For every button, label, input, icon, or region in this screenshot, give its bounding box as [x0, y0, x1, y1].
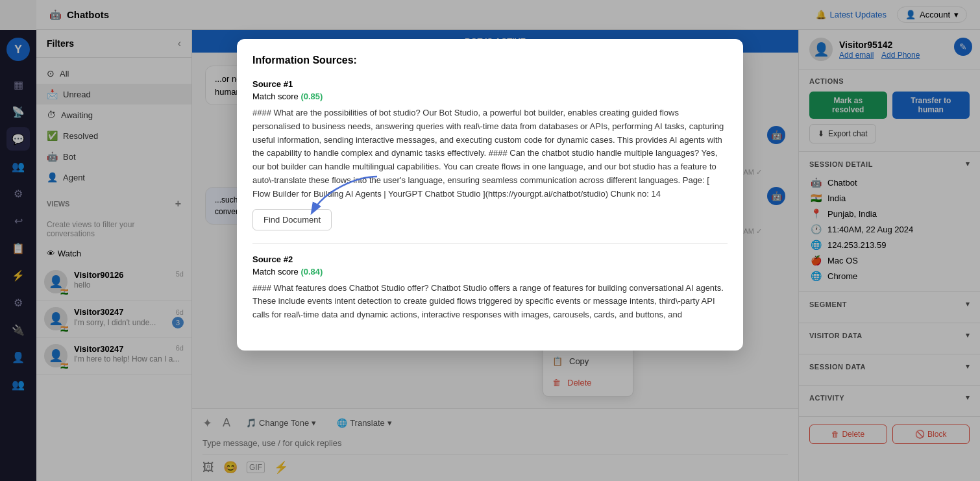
source-1-score: Match score (0.85): [252, 92, 728, 101]
modal-title: Information Sources:: [252, 55, 728, 66]
source-2-text: #### What features does Chatbot Studio o…: [252, 282, 728, 322]
source-1-score-value: (0.85): [300, 92, 323, 101]
source-1: Source #1 Match score (0.85) #### What a…: [252, 79, 728, 230]
source-2: Source #2 Match score (0.84) #### What f…: [252, 254, 728, 322]
information-sources-modal: Information Sources: Source #1 Match sco…: [237, 39, 743, 351]
source-2-score-value: (0.84): [300, 267, 323, 277]
source-1-label: Source #1: [252, 79, 728, 89]
source-2-score: Match score (0.84): [252, 267, 728, 277]
arrow-svg: [306, 170, 384, 222]
find-doc-container: Find Document: [252, 209, 332, 230]
source-2-label: Source #2: [252, 254, 728, 264]
modal-overlay: Information Sources: Source #1 Match sco…: [0, 0, 980, 481]
source-divider: [252, 243, 728, 244]
